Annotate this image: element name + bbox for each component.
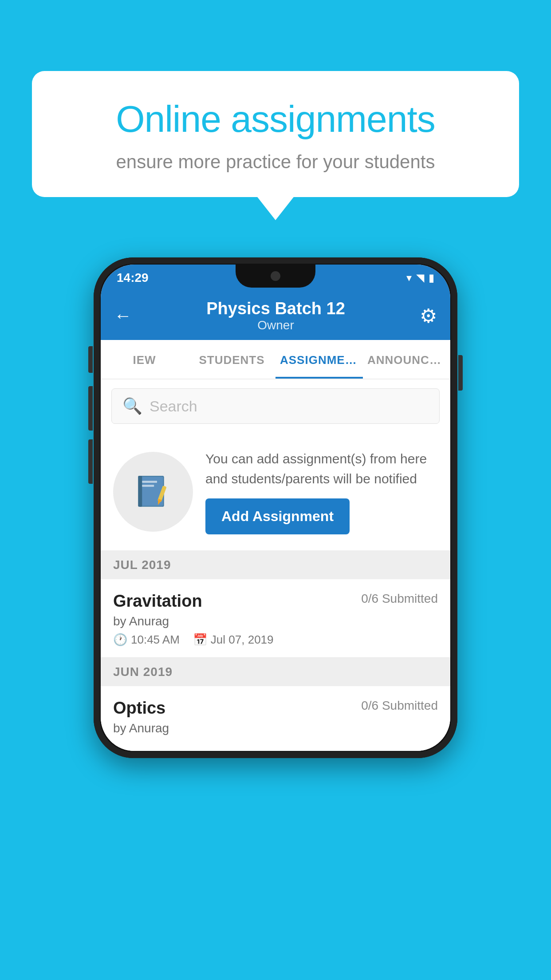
app-header: ← Physics Batch 12 Owner ⚙ (101, 291, 450, 340)
assignment-time-value: 10:45 AM (131, 633, 180, 647)
search-container: 🔍 Search (101, 379, 450, 433)
assignment-date-value: Jul 07, 2019 (211, 633, 274, 647)
assignment-date: 📅 Jul 07, 2019 (193, 633, 274, 647)
tab-announcements[interactable]: ANNOUNCEME (363, 340, 450, 379)
status-time: 14:29 (117, 271, 149, 285)
speech-bubble-container: Online assignments ensure more practice … (32, 71, 519, 197)
speech-bubble-title: Online assignments (63, 98, 488, 141)
tab-assignments[interactable]: ASSIGNMENTS (276, 340, 363, 379)
notebook-icon-circle (113, 452, 193, 532)
assignment-meta: 🕐 10:45 AM 📅 Jul 07, 2019 (113, 633, 438, 647)
volume-up-button (88, 386, 93, 431)
assignment-header-row: Gravitation 0/6 Submitted (113, 592, 438, 611)
assignment-item-optics[interactable]: Optics 0/6 Submitted by Anurag (101, 686, 450, 751)
search-placeholder: Search (150, 398, 197, 415)
phone-notch (236, 265, 315, 288)
notebook-svg (133, 472, 173, 512)
assignment-submitted-optics: 0/6 Submitted (361, 699, 438, 713)
phone-mockup: 14:29 ▾ ◥ ▮ ← Physics Batch 12 Owner ⚙ I… (94, 257, 457, 758)
header-title: Physics Batch 12 (206, 299, 345, 318)
search-box[interactable]: 🔍 Search (111, 388, 440, 424)
add-assignment-content: You can add assignment(s) from here and … (205, 449, 438, 534)
assignment-by-optics: by Anurag (113, 721, 438, 735)
mute-button (88, 346, 93, 373)
assignment-name: Gravitation (113, 592, 202, 611)
volume-down-button (88, 439, 93, 484)
add-assignment-button[interactable]: Add Assignment (205, 498, 350, 534)
tab-students[interactable]: STUDENTS (188, 340, 276, 379)
battery-icon: ▮ (429, 272, 434, 284)
search-icon: 🔍 (122, 397, 142, 415)
calendar-icon: 📅 (193, 633, 207, 647)
speech-bubble: Online assignments ensure more practice … (32, 71, 519, 197)
assignment-by: by Anurag (113, 614, 438, 628)
svg-rect-3 (142, 481, 157, 483)
clock-icon: 🕐 (113, 633, 127, 647)
tab-iew[interactable]: IEW (101, 340, 188, 379)
back-button[interactable]: ← (114, 306, 132, 326)
svg-rect-4 (142, 485, 154, 487)
wifi-icon: ▾ (406, 272, 412, 284)
signal-icon: ◥ (416, 272, 424, 284)
phone-frame: 14:29 ▾ ◥ ▮ ← Physics Batch 12 Owner ⚙ I… (94, 257, 457, 758)
front-camera (271, 271, 280, 281)
add-assignment-description: You can add assignment(s) from here and … (205, 449, 438, 489)
power-button (458, 355, 463, 391)
phone-screen: 14:29 ▾ ◥ ▮ ← Physics Batch 12 Owner ⚙ I… (101, 265, 450, 751)
svg-rect-2 (138, 476, 142, 507)
header-title-block: Physics Batch 12 Owner (206, 299, 345, 332)
assignment-header-row-optics: Optics 0/6 Submitted (113, 699, 438, 718)
assignment-name-optics: Optics (113, 699, 165, 718)
add-assignment-section: You can add assignment(s) from here and … (101, 433, 450, 551)
status-icons: ▾ ◥ ▮ (406, 272, 434, 284)
settings-icon[interactable]: ⚙ (420, 304, 437, 327)
section-header-jul2019: JUL 2019 (101, 551, 450, 579)
tabs-bar: IEW STUDENTS ASSIGNMENTS ANNOUNCEME (101, 340, 450, 379)
assignment-item-gravitation[interactable]: Gravitation 0/6 Submitted by Anurag 🕐 10… (101, 579, 450, 658)
header-subtitle: Owner (206, 318, 345, 332)
assignment-submitted: 0/6 Submitted (361, 592, 438, 606)
speech-bubble-subtitle: ensure more practice for your students (63, 151, 488, 173)
assignment-time: 🕐 10:45 AM (113, 633, 180, 647)
section-header-jun2019: JUN 2019 (101, 658, 450, 686)
